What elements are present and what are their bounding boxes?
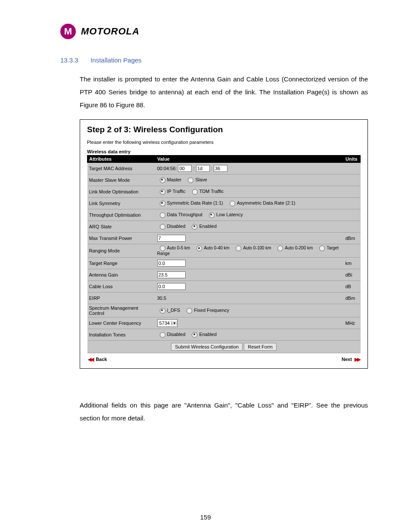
chevron-down-icon: ▼ (171, 321, 177, 325)
row-throughput: Throughput Optimisation Data Throughput … (87, 209, 361, 221)
row-master-slave: Master Slave Mode Master Slave (87, 174, 361, 186)
max-tx-input[interactable] (157, 235, 186, 242)
label-cable-loss: Cable Loss (87, 281, 156, 292)
units-antenna-gain: dBi (344, 269, 361, 281)
arrow-right-icon: ▶▶ (355, 357, 360, 362)
next-link[interactable]: Next ▶▶ (342, 357, 360, 362)
units-eirp: dBm (344, 292, 361, 304)
row-install-tones: Installation Tones Disabled Enabled (87, 329, 361, 341)
mac-field-3[interactable] (214, 165, 227, 172)
label-master-slave: Master Slave Mode (87, 174, 156, 186)
units-max-tx: dBm (344, 233, 361, 244)
label-link-mode: Link Mode Optimisation (87, 186, 156, 198)
radio-fixed-freq[interactable] (187, 308, 192, 314)
label-eirp: EIRP (87, 292, 156, 304)
brand-header: M MOTOROLA (60, 24, 377, 39)
antenna-gain-input[interactable] (157, 271, 186, 278)
outro-paragraph: Additional fields on this page are "Ante… (80, 399, 368, 425)
th-attributes: Attributes (87, 156, 156, 163)
page-number: 159 (0, 513, 411, 521)
row-eirp: EIRP 30.5 dBm (87, 292, 361, 304)
radio-range-0-200[interactable] (277, 246, 283, 251)
row-target-range: Target Range km (87, 258, 361, 269)
row-ranging: Ranging Mode Auto 0-5 km Auto 0-40 km Au… (87, 244, 361, 258)
label-smc: Spectrum Management Control (87, 304, 156, 317)
row-antenna-gain: Antenna Gain dBi (87, 269, 361, 281)
target-range-input[interactable] (157, 260, 186, 267)
label-lcf: Lower Center Frequency (87, 317, 156, 329)
figure-screenshot: Step 2 of 3: Wireless Configuration Plea… (80, 119, 368, 369)
units-target-range: km (344, 258, 361, 269)
row-arq: ARQ State Disabled Enabled (87, 221, 361, 233)
label-max-tx: Max Transmit Power (87, 233, 156, 244)
label-arq: ARQ State (87, 221, 156, 233)
row-max-tx: Max Transmit Power dBm (87, 233, 361, 244)
mac-prefix: 00:04:56: (157, 166, 177, 171)
radio-range-0-40[interactable] (196, 246, 202, 251)
arrow-left-icon: ◀◀ (88, 357, 93, 362)
units-cable-loss: dB (344, 281, 361, 292)
row-link-mode: Link Mode Optimisation IP Traffic TDM Tr… (87, 186, 361, 198)
value-eirp: 30.5 (156, 292, 344, 304)
section-heading: 13.3.3 Installation Pages (34, 56, 377, 64)
row-lcf: Lower Center Frequency 5734 ▼ MHz (87, 317, 361, 329)
mac-field-1[interactable] (178, 165, 192, 172)
units-lcf: MHz (344, 317, 361, 329)
radio-tdm-traffic[interactable] (192, 189, 198, 195)
cable-loss-input[interactable] (157, 283, 186, 290)
radio-slave[interactable] (188, 177, 193, 183)
radio-asymmetric[interactable] (230, 201, 235, 206)
section-title: Installation Pages (90, 56, 141, 64)
radio-idfs[interactable] (160, 308, 165, 314)
reset-button[interactable]: Reset Form (244, 343, 276, 351)
brand-text: MOTOROLA (81, 26, 140, 37)
th-units: Units (344, 156, 361, 163)
row-cable-loss: Cable Loss dB (87, 281, 361, 292)
figure-subtitle: Please enter the following wireless conf… (87, 140, 361, 145)
label-ranging: Ranging Mode (87, 244, 156, 258)
radio-tones-disabled[interactable] (160, 332, 165, 338)
back-link[interactable]: ◀◀ Back (88, 357, 107, 362)
radio-range-0-5[interactable] (160, 246, 165, 251)
intro-paragraph: The installer is prompted to enter the A… (80, 73, 368, 112)
config-table: Attributes Value Units Target MAC Addres… (87, 155, 361, 353)
radio-tones-enabled[interactable] (192, 332, 197, 338)
row-target-mac: Target MAC Address 00:04:56: : : (87, 163, 361, 174)
radio-symmetric[interactable] (160, 201, 165, 206)
radio-target-range[interactable] (319, 246, 325, 251)
label-install-tones: Installation Tones (87, 329, 156, 341)
row-link-symmetry: Link Symmetry Symmetric Data Rate (1:1) … (87, 198, 361, 209)
radio-arq-disabled[interactable] (160, 224, 165, 230)
label-target-range: Target Range (87, 258, 156, 269)
row-smc: Spectrum Management Control i_DFS Fixed … (87, 304, 361, 317)
section-number: 13.3.3 (60, 56, 78, 64)
figure-entry-heading: Wireless data entry (87, 149, 361, 154)
radio-low-latency[interactable] (209, 212, 215, 218)
motorola-logo-icon: M (60, 24, 76, 39)
radio-range-0-100[interactable] (236, 246, 241, 251)
figure-title: Step 2 of 3: Wireless Configuration (87, 125, 361, 134)
radio-arq-enabled[interactable] (192, 224, 197, 230)
radio-master[interactable] (160, 177, 165, 183)
radio-ip-traffic[interactable] (160, 189, 165, 195)
label-antenna-gain: Antenna Gain (87, 269, 156, 281)
mac-field-2[interactable] (196, 165, 210, 172)
submit-button[interactable]: Submit Wireless Configuration (171, 343, 243, 351)
th-value: Value (156, 156, 344, 163)
label-link-symmetry: Link Symmetry (87, 198, 156, 209)
radio-data-throughput[interactable] (160, 212, 165, 218)
label-throughput: Throughput Optimisation (87, 209, 156, 221)
label-target-mac: Target MAC Address (87, 163, 156, 174)
lcf-select[interactable]: 5734 ▼ (157, 319, 177, 327)
